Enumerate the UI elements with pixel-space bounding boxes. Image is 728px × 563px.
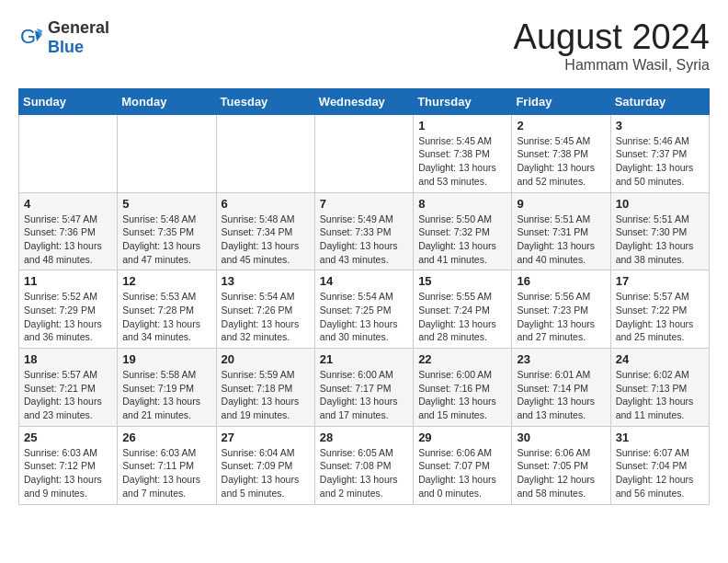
day-info: Sunrise: 5:47 AMSunset: 7:36 PMDaylight:… [24,213,112,267]
calendar-cell: 8Sunrise: 5:50 AMSunset: 7:32 PMDaylight… [414,192,512,270]
calendar-cell: 13Sunrise: 5:54 AMSunset: 7:26 PMDayligh… [216,270,314,349]
header-friday: Friday [512,88,610,114]
calendar-cell: 14Sunrise: 5:54 AMSunset: 7:25 PMDayligh… [314,270,413,349]
day-number: 10 [616,197,704,211]
day-info: Sunrise: 5:56 AMSunset: 7:23 PMDaylight:… [517,290,605,344]
day-number: 9 [517,197,605,211]
title-area: August 2024 Hammam Wasil, Syria [514,18,710,74]
day-info: Sunrise: 5:53 AMSunset: 7:28 PMDaylight:… [122,290,210,344]
day-info: Sunrise: 6:06 AMSunset: 7:05 PMDaylight:… [517,446,605,500]
day-info: Sunrise: 5:51 AMSunset: 7:31 PMDaylight:… [517,213,605,267]
day-number: 4 [24,197,112,211]
day-number: 22 [418,352,506,366]
logo-text: General Blue [48,18,109,57]
calendar-cell: 23Sunrise: 6:01 AMSunset: 7:14 PMDayligh… [512,349,610,427]
day-info: Sunrise: 5:57 AMSunset: 7:21 PMDaylight:… [24,368,112,422]
day-number: 7 [320,197,408,211]
day-number: 12 [122,274,210,288]
day-number: 30 [517,431,605,444]
day-number: 19 [122,352,210,366]
calendar-cell: 20Sunrise: 5:59 AMSunset: 7:18 PMDayligh… [216,349,314,427]
day-info: Sunrise: 5:45 AMSunset: 7:38 PMDaylight:… [418,134,506,189]
logo-icon: G [18,25,44,51]
calendar-cell: 1Sunrise: 5:45 AMSunset: 7:38 PMDaylight… [414,114,512,192]
calendar-cell: 3Sunrise: 5:46 AMSunset: 7:37 PMDaylight… [610,114,709,192]
day-info: Sunrise: 5:49 AMSunset: 7:33 PMDaylight:… [320,213,408,267]
day-info: Sunrise: 5:46 AMSunset: 7:37 PMDaylight:… [616,134,704,189]
calendar-cell: 26Sunrise: 6:03 AMSunset: 7:11 PMDayligh… [118,426,216,504]
day-info: Sunrise: 6:00 AMSunset: 7:16 PMDaylight:… [418,368,506,422]
day-info: Sunrise: 5:54 AMSunset: 7:25 PMDaylight:… [320,290,408,344]
calendar-cell: 10Sunrise: 5:51 AMSunset: 7:30 PMDayligh… [610,192,709,270]
day-number: 16 [517,274,605,288]
day-number: 27 [222,431,310,444]
calendar-cell: 21Sunrise: 6:00 AMSunset: 7:17 PMDayligh… [314,349,413,427]
day-info: Sunrise: 5:58 AMSunset: 7:19 PMDaylight:… [122,368,210,422]
day-number: 28 [320,431,408,444]
day-number: 29 [418,431,506,444]
day-number: 8 [418,197,506,211]
calendar-cell: 12Sunrise: 5:53 AMSunset: 7:28 PMDayligh… [118,270,216,349]
header-saturday: Saturday [610,88,709,114]
header-row: SundayMondayTuesdayWednesdayThursdayFrid… [19,88,710,114]
calendar-cell: 2Sunrise: 5:45 AMSunset: 7:38 PMDaylight… [512,114,610,192]
day-number: 2 [517,119,605,132]
logo-blue: Blue [48,38,84,56]
day-info: Sunrise: 5:59 AMSunset: 7:18 PMDaylight:… [222,368,310,422]
day-info: Sunrise: 5:52 AMSunset: 7:29 PMDaylight:… [24,290,112,344]
day-info: Sunrise: 6:02 AMSunset: 7:13 PMDaylight:… [616,368,704,422]
day-info: Sunrise: 6:06 AMSunset: 7:07 PMDaylight:… [418,446,506,500]
calendar-cell [19,114,118,192]
day-info: Sunrise: 6:01 AMSunset: 7:14 PMDaylight:… [517,368,605,422]
calendar-cell: 29Sunrise: 6:06 AMSunset: 7:07 PMDayligh… [414,426,512,504]
calendar-table: SundayMondayTuesdayWednesdayThursdayFrid… [18,88,710,505]
day-info: Sunrise: 5:51 AMSunset: 7:30 PMDaylight:… [616,213,704,267]
day-number: 15 [418,274,506,288]
day-info: Sunrise: 5:48 AMSunset: 7:34 PMDaylight:… [222,213,310,267]
week-row-4: 18Sunrise: 5:57 AMSunset: 7:21 PMDayligh… [19,349,710,427]
day-info: Sunrise: 5:50 AMSunset: 7:32 PMDaylight:… [418,213,506,267]
calendar-cell [314,114,413,192]
day-number: 11 [24,274,112,288]
logo: G General Blue [18,18,109,57]
week-row-1: 1Sunrise: 5:45 AMSunset: 7:38 PMDaylight… [19,114,710,192]
calendar-cell: 4Sunrise: 5:47 AMSunset: 7:36 PMDaylight… [19,192,118,270]
calendar-cell: 18Sunrise: 5:57 AMSunset: 7:21 PMDayligh… [19,349,118,427]
calendar-cell: 31Sunrise: 6:07 AMSunset: 7:04 PMDayligh… [610,426,709,504]
header-sunday: Sunday [19,88,118,114]
week-row-5: 25Sunrise: 6:03 AMSunset: 7:12 PMDayligh… [19,426,710,504]
day-number: 24 [616,352,704,366]
day-info: Sunrise: 6:00 AMSunset: 7:17 PMDaylight:… [320,368,408,422]
calendar-cell: 9Sunrise: 5:51 AMSunset: 7:31 PMDaylight… [512,192,610,270]
day-number: 21 [320,352,408,366]
day-info: Sunrise: 6:03 AMSunset: 7:11 PMDaylight:… [122,446,210,500]
calendar-cell: 5Sunrise: 5:48 AMSunset: 7:35 PMDaylight… [118,192,216,270]
day-number: 1 [418,119,506,132]
day-info: Sunrise: 6:04 AMSunset: 7:09 PMDaylight:… [222,446,310,500]
day-number: 31 [616,431,704,444]
calendar-cell: 17Sunrise: 5:57 AMSunset: 7:22 PMDayligh… [610,270,709,349]
day-number: 17 [616,274,704,288]
calendar-cell [118,114,216,192]
day-info: Sunrise: 5:54 AMSunset: 7:26 PMDaylight:… [222,290,310,344]
day-number: 26 [122,431,210,444]
day-info: Sunrise: 6:03 AMSunset: 7:12 PMDaylight:… [24,446,112,500]
calendar-cell: 16Sunrise: 5:56 AMSunset: 7:23 PMDayligh… [512,270,610,349]
header-tuesday: Tuesday [216,88,314,114]
calendar-cell: 6Sunrise: 5:48 AMSunset: 7:34 PMDaylight… [216,192,314,270]
day-number: 20 [222,352,310,366]
week-row-2: 4Sunrise: 5:47 AMSunset: 7:36 PMDaylight… [19,192,710,270]
calendar-cell: 25Sunrise: 6:03 AMSunset: 7:12 PMDayligh… [19,426,118,504]
calendar-cell: 27Sunrise: 6:04 AMSunset: 7:09 PMDayligh… [216,426,314,504]
day-info: Sunrise: 5:57 AMSunset: 7:22 PMDaylight:… [616,290,704,344]
day-number: 14 [320,274,408,288]
calendar-cell [216,114,314,192]
day-number: 3 [616,119,704,132]
day-number: 6 [222,197,310,211]
day-info: Sunrise: 6:07 AMSunset: 7:04 PMDaylight:… [616,446,704,500]
day-number: 13 [222,274,310,288]
calendar-cell: 19Sunrise: 5:58 AMSunset: 7:19 PMDayligh… [118,349,216,427]
calendar-cell: 30Sunrise: 6:06 AMSunset: 7:05 PMDayligh… [512,426,610,504]
calendar-cell: 22Sunrise: 6:00 AMSunset: 7:16 PMDayligh… [414,349,512,427]
header-wednesday: Wednesday [314,88,413,114]
